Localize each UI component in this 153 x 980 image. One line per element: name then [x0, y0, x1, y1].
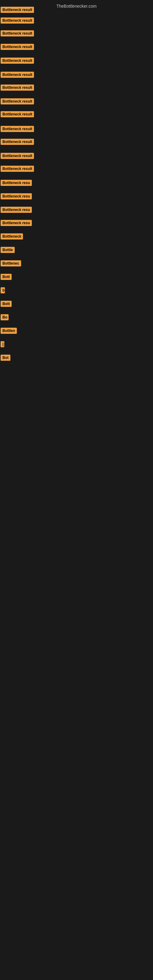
bottleneck-label-16[interactable]: Bottleneck resu	[1, 207, 32, 213]
bottleneck-row-25: Bottlen	[1, 328, 17, 335]
bottleneck-row-7: Bottleneck result	[1, 84, 34, 92]
bottleneck-label-24[interactable]: Bo	[1, 314, 9, 320]
bottleneck-row-24: Bo	[1, 314, 9, 321]
bottleneck-label-3[interactable]: Bottleneck result	[1, 30, 34, 37]
bottleneck-row-20: Bottlenec	[1, 260, 21, 268]
bottleneck-row-21: Bott	[1, 274, 12, 281]
bottleneck-row-6: Bottleneck result	[1, 72, 34, 79]
bottleneck-row-13: Bottleneck result	[1, 166, 34, 173]
bottleneck-row-12: Bottleneck result	[1, 153, 34, 160]
bottleneck-label-18[interactable]: Bottleneck	[1, 233, 23, 240]
bottleneck-row-17: Bottleneck resu	[1, 220, 32, 227]
bottleneck-label-5[interactable]: Bottleneck result	[1, 57, 34, 64]
bottleneck-label-27[interactable]: Bot	[1, 355, 10, 361]
bottleneck-row-15: Bottleneck resu	[1, 193, 32, 200]
bottleneck-row-14: Bottleneck resu	[1, 180, 32, 187]
bottleneck-row-26: |	[1, 341, 4, 348]
bottleneck-label-14[interactable]: Bottleneck resu	[1, 180, 32, 186]
bottleneck-label-6[interactable]: Bottleneck result	[1, 72, 34, 78]
bottleneck-label-19[interactable]: Bottle	[1, 247, 15, 253]
bottleneck-row-19: Bottle	[1, 247, 15, 254]
bottleneck-row-5: Bottleneck result	[1, 57, 34, 65]
bottleneck-row-27: Bot	[1, 355, 10, 362]
bottleneck-label-20[interactable]: Bottlenec	[1, 260, 21, 266]
bottleneck-row-23: Bott	[1, 301, 12, 308]
bottleneck-row-11: Bottleneck result	[1, 139, 34, 146]
bottleneck-row-10: Bottleneck result	[1, 126, 34, 133]
bottleneck-label-26[interactable]: |	[1, 341, 4, 347]
bottleneck-label-9[interactable]: Bottleneck result	[1, 111, 34, 117]
bottleneck-row-4: Bottleneck result	[1, 44, 34, 51]
bottleneck-label-21[interactable]: Bott	[1, 274, 12, 280]
bottleneck-label-25[interactable]: Bottlen	[1, 328, 17, 334]
bottleneck-label-7[interactable]: Bottleneck result	[1, 84, 34, 91]
bottleneck-label-8[interactable]: Bottleneck result	[1, 98, 34, 105]
bottleneck-row-9: Bottleneck result	[1, 111, 34, 119]
bottleneck-label-12[interactable]: Bottleneck result	[1, 153, 34, 159]
bottleneck-label-1[interactable]: Bottleneck result	[1, 7, 34, 13]
bottleneck-row-8: Bottleneck result	[1, 98, 34, 106]
bottleneck-label-13[interactable]: Bottleneck result	[1, 166, 34, 172]
bottleneck-row-3: Bottleneck result	[1, 30, 34, 38]
bottleneck-row-2: Bottleneck result	[1, 18, 34, 25]
bottleneck-label-4[interactable]: Bottleneck result	[1, 44, 34, 50]
bottleneck-row-16: Bottleneck resu	[1, 207, 32, 214]
bottleneck-label-17[interactable]: Bottleneck resu	[1, 220, 32, 226]
bottleneck-label-11[interactable]: Bottleneck result	[1, 139, 34, 145]
bottleneck-label-2[interactable]: Bottleneck result	[1, 18, 34, 24]
bottleneck-row-22: b	[1, 287, 5, 294]
bottleneck-row-1: Bottleneck result	[1, 7, 34, 14]
bottleneck-label-22[interactable]: b	[1, 287, 5, 293]
bottleneck-row-18: Bottleneck	[1, 233, 23, 241]
bottleneck-label-15[interactable]: Bottleneck resu	[1, 193, 32, 199]
bottleneck-label-10[interactable]: Bottleneck result	[1, 126, 34, 132]
bottleneck-label-23[interactable]: Bott	[1, 301, 12, 307]
